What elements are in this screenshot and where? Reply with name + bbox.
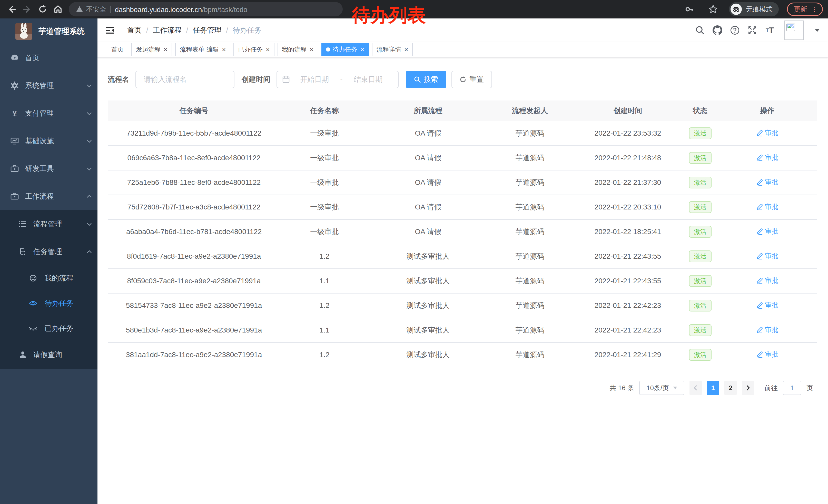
sidebar-item-todo-tasks[interactable]: 待办任务 [0,291,97,316]
process-name-input[interactable] [135,71,235,88]
tab[interactable]: 发起流程 × [131,43,172,56]
table-row[interactable]: 580e1b3d-7ac8-11ec-a9e2-a2380e71991a 1.1… [108,318,817,342]
sidebar-item-home[interactable]: 首页 [0,44,97,72]
sidebar-item-system[interactable]: 系统管理 [0,72,97,99]
logo-row[interactable]: 芋道管理系统 [0,18,97,44]
end-date-placeholder[interactable]: 结束日期 [344,75,393,84]
tab[interactable]: 流程详情 × [372,43,413,56]
sidebar-item-task-mgmt[interactable]: 任务管理 [0,238,97,266]
edit-pencil-icon [756,253,763,260]
breadcrumb-item[interactable]: 工作流程 [153,26,181,35]
sidebar-item-label: 我的流程 [45,273,73,283]
cell-starter: 芋道源码 [487,170,573,195]
page-button-1[interactable]: 1 [707,381,719,395]
sidebar-item-my-process[interactable]: 我的流程 [0,266,97,291]
tab[interactable]: 待办任务 × [321,43,369,56]
cell-task-id: 8f0d1619-7ac8-11ec-a9e2-a2380e71991a [108,244,280,269]
approve-link[interactable]: 审批 [756,251,778,261]
bookmark-star-icon[interactable] [705,2,721,17]
next-page-button[interactable] [742,381,754,395]
pagination: 共 16 条 10条/页 1 2 前往 页 [108,381,817,395]
approve-link[interactable]: 审批 [756,129,778,137]
sidebar-item-leave-query[interactable]: 请假查询 [0,341,97,369]
cell-process: 测试多审批人 [369,318,487,342]
filter-form: 流程名 创建时间 开始日期 - 结束日期 搜索 重置 [108,71,817,88]
toolbox-icon [10,164,19,173]
cell-task-id: 725a1eb6-7b88-11ec-8ef0-acde48001122 [108,170,280,195]
chrome-update-button[interactable]: 更新 ⋮ [787,3,823,16]
table-row[interactable]: a6aba0a4-7b6d-11ec-b781-acde48001122 一级审… [108,220,817,244]
approve-link[interactable]: 审批 [756,350,778,359]
home-icon[interactable] [50,2,66,17]
table-row[interactable]: 58154733-7ac8-11ec-a9e2-a2380e71991a 1.2… [108,293,817,318]
tab-close-icon[interactable]: × [164,46,167,53]
approve-link[interactable]: 审批 [756,227,778,236]
tab-close-icon[interactable]: × [360,46,364,53]
tab[interactable]: 我的流程 × [278,43,318,56]
avatar-menu-caret[interactable] [815,29,820,32]
reload-icon[interactable] [35,2,50,17]
search-button[interactable]: 搜索 [406,71,446,88]
chevron-up-icon [86,249,92,255]
eye-closed-icon [29,324,37,333]
table-row[interactable]: 75d72608-7b7f-11ec-a3c8-acde48001122 一级审… [108,195,817,220]
sidebar-item-infrastructure[interactable]: 基础设施 [0,127,97,155]
address-bar[interactable]: 不安全 dashboard.yudao.iocoder.cn/bpm/task/… [69,2,343,16]
tab[interactable]: 首页 [107,43,128,56]
password-key-icon[interactable] [682,2,697,17]
tab-close-icon[interactable]: × [404,46,408,53]
table-row[interactable]: 8f059c03-7ac8-11ec-a9e2-a2380e71991a 1.1… [108,269,817,293]
sidebar-item-label: 系统管理 [25,81,54,91]
table-row[interactable]: 381aa1dd-7ac8-11ec-a9e2-a2380e71991a 1.2… [108,342,817,367]
goto-page-input[interactable] [783,381,801,395]
start-date-placeholder[interactable]: 开始日期 [290,75,339,84]
search-button-icon [414,76,421,83]
sidebar-item-workflow[interactable]: 工作流程 [0,183,97,210]
tab-close-icon[interactable]: × [222,46,226,53]
tab[interactable]: 已办任务 × [234,43,274,56]
range-separator: - [339,75,343,84]
cell-process: 测试多审批人 [369,293,487,318]
tags-view-bar: 首页 发起流程 × 流程表单-编辑 × 已办任务 × 我的流程 × 待办任务 ×… [97,42,828,57]
prev-page-button[interactable] [690,381,702,395]
search-icon[interactable] [695,26,705,35]
approve-link[interactable]: 审批 [756,178,778,187]
cell-task-name: 一级审批 [280,170,369,195]
cell-task-id: 069c6a63-7b8a-11ec-8ef0-acde48001122 [108,146,280,170]
fullscreen-icon[interactable] [747,26,757,35]
page-button-2[interactable]: 2 [724,381,737,395]
breadcrumb-item[interactable]: 首页 [127,26,141,35]
approve-link[interactable]: 审批 [756,202,778,211]
table-row[interactable]: 8f0d1619-7ac8-11ec-a9e2-a2380e71991a 1.2… [108,244,817,269]
approve-link[interactable]: 审批 [756,276,778,285]
browser-menu-icon[interactable]: ⋮ [811,6,818,12]
back-icon[interactable] [4,2,19,17]
tab-close-icon[interactable]: × [310,46,314,53]
sidebar-item-label: 首页 [25,53,40,63]
help-icon[interactable] [730,26,740,35]
sidebar-item-devtools[interactable]: 研发工具 [0,155,97,183]
sidebar-item-label: 工作流程 [25,191,54,201]
cell-process: OA 请假 [369,170,487,195]
sidebar-item-process-mgmt[interactable]: 流程管理 [0,210,97,238]
sidebar-collapse-icon[interactable] [105,25,115,35]
forward-icon[interactable] [19,2,35,17]
tab-close-icon[interactable]: × [266,46,270,53]
sidebar-item-done-tasks[interactable]: 已办任务 [0,316,97,341]
approve-link[interactable]: 审批 [756,301,778,310]
approve-link[interactable]: 审批 [756,153,778,162]
font-size-icon[interactable]: TT [765,26,775,35]
table-row[interactable]: 73211d9d-7b9b-11ec-b5b7-acde48001122 一级审… [108,121,817,146]
sidebar-item-payment[interactable]: ¥ 支付管理 [0,99,97,127]
reset-button[interactable]: 重置 [451,71,492,88]
github-icon[interactable] [713,26,722,35]
page-size-select[interactable]: 10条/页 [639,381,685,395]
breadcrumb-item[interactable]: 任务管理 [193,26,222,35]
date-range-picker[interactable]: 开始日期 - 结束日期 [277,71,399,88]
site-security[interactable]: 不安全 [76,5,106,14]
approve-link[interactable]: 审批 [756,325,778,334]
tab[interactable]: 流程表单-编辑 × [175,43,230,56]
table-row[interactable]: 725a1eb6-7b88-11ec-8ef0-acde48001122 一级审… [108,170,817,195]
avatar[interactable] [784,20,804,40]
table-row[interactable]: 069c6a63-7b8a-11ec-8ef0-acde48001122 一级审… [108,146,817,170]
